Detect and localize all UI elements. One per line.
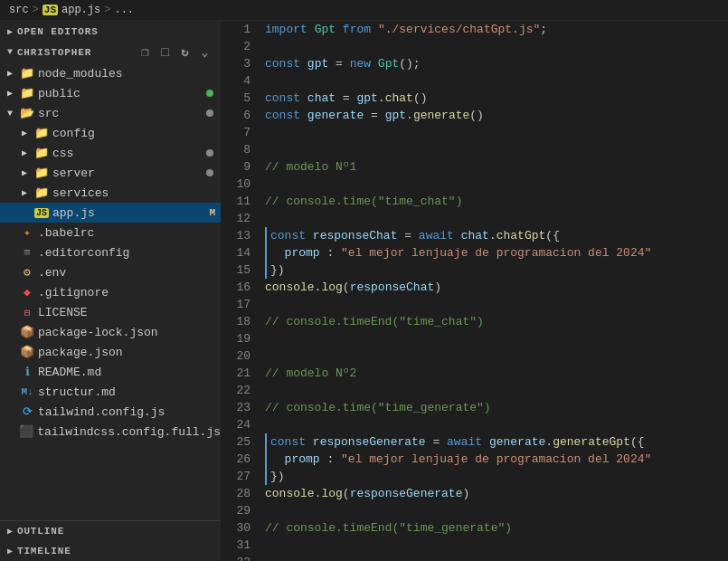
token-plain xyxy=(300,90,307,107)
new-file-icon[interactable]: ❐ xyxy=(137,44,154,60)
token-kw: const xyxy=(265,107,300,124)
token-fn: chat xyxy=(385,90,413,107)
timeline-header[interactable]: ▶ TIMELINE xyxy=(0,541,221,561)
tree-item-.env[interactable]: ⚙.env xyxy=(0,262,221,282)
token-var: generate xyxy=(307,107,364,124)
token-str: "el mejor lenjuaje de programacion del 2… xyxy=(341,244,651,261)
status-badge-gray xyxy=(206,149,213,157)
code-line: const responseChat = await chat.chatGpt(… xyxy=(265,227,728,244)
refresh-icon[interactable]: ↻ xyxy=(177,44,194,60)
tree-item-.gitignore[interactable]: ◆.gitignore xyxy=(0,282,221,302)
folder-icon: 📁 xyxy=(20,86,34,100)
line-number: 15 xyxy=(236,261,251,279)
tree-item-css[interactable]: ▶📁css xyxy=(0,143,221,163)
status-badge-gray xyxy=(206,109,213,117)
outline-header[interactable]: ▶ OUTLINE xyxy=(0,521,221,541)
token-plain: ) xyxy=(462,485,469,502)
code-line xyxy=(265,38,728,55)
line-numbers: 1234567891011121314151617181920212223242… xyxy=(222,21,258,561)
token-plain: (); xyxy=(399,55,420,72)
token-plain xyxy=(300,55,307,72)
tree-item-public[interactable]: ▶📁public xyxy=(0,83,221,103)
token-plain xyxy=(307,21,315,38)
tree-item-node_modules[interactable]: ▶📁node_modules xyxy=(0,63,221,83)
code-line: // modelo Nº2 xyxy=(265,365,728,382)
modified-badge: M xyxy=(209,207,215,218)
tree-item-package-lock.json[interactable]: 📦package-lock.json xyxy=(0,322,221,342)
code-line: // console.time("time_chat") xyxy=(265,193,728,210)
tree-item-app.js[interactable]: JSapp.jsM xyxy=(0,203,221,223)
token-plain: . xyxy=(315,485,322,502)
tree-label: package-lock.json xyxy=(38,326,221,339)
token-cmt: // console.time("time_chat") xyxy=(265,193,462,210)
token-plain xyxy=(306,433,313,451)
code-line: import Gpt from "./services/chatGpt.js"; xyxy=(265,21,728,38)
tree-item-LICENSE[interactable]: ⊟LICENSE xyxy=(0,302,221,322)
line-number: 30 xyxy=(236,519,251,537)
token-cmt: // modelo Nº1 xyxy=(265,158,356,176)
breadcrumb-sep2: > xyxy=(104,4,110,16)
tree-item-src[interactable]: ▼📂src xyxy=(0,103,221,123)
token-kw: const xyxy=(270,433,306,451)
tree-arrow: ▶ xyxy=(7,88,20,99)
line-number: 28 xyxy=(236,485,251,502)
package-lock-icon: 📦 xyxy=(20,325,34,339)
tree-item-.babelrc[interactable]: ✦.babelrc xyxy=(0,223,221,242)
open-editors-header[interactable]: ▶ OPEN EDITORS xyxy=(0,21,221,41)
main-layout: ▶ OPEN EDITORS ▼ CHRISTOPHER ❐ □ ↻ ⌄ ▶📁n… xyxy=(0,21,728,561)
code-content[interactable]: 1234567891011121314151617181920212223242… xyxy=(222,21,728,561)
code-line: const chat = gpt.chat() xyxy=(265,90,728,107)
line-number: 32 xyxy=(236,554,251,561)
tree-label: services xyxy=(52,186,221,200)
line-number: 5 xyxy=(236,90,251,107)
line-number: 14 xyxy=(236,244,251,261)
token-kw: await xyxy=(419,227,454,244)
token-var: generate xyxy=(489,433,545,451)
code-line: const responseGenerate = await generate.… xyxy=(265,433,728,451)
explorer-actions: ❐ □ ↻ ⌄ xyxy=(137,44,213,60)
tree-item-README.md[interactable]: ℹREADME.md xyxy=(0,362,221,382)
tree-arrow: ▶ xyxy=(22,187,34,198)
editor-area: 1234567891011121314151617181920212223242… xyxy=(222,21,728,561)
line-number: 16 xyxy=(236,279,251,296)
token-var: chat xyxy=(461,227,489,244)
tree-label: LICENSE xyxy=(38,306,221,319)
token-plain: ) xyxy=(434,279,441,296)
breadcrumb-src[interactable]: src xyxy=(9,4,29,16)
token-plain xyxy=(371,55,378,72)
line-number: 29 xyxy=(236,502,251,519)
token-str: "./services/chatGpt.js" xyxy=(378,21,540,38)
tree-item-config[interactable]: ▶📁config xyxy=(0,123,221,143)
collapse-icon[interactable]: ⌄ xyxy=(197,44,213,60)
token-plain: = xyxy=(426,433,447,451)
line-number: 23 xyxy=(236,399,251,416)
code-line xyxy=(265,537,728,554)
tree-item-structur.md[interactable]: M↓structur.md xyxy=(0,382,221,402)
token-cmt: // console.timeEnd("time_chat") xyxy=(265,313,484,330)
tree-item-tailwind.config.js[interactable]: ⟳tailwind.config.js xyxy=(0,402,221,422)
new-folder-icon[interactable]: □ xyxy=(157,45,174,60)
tree-item-services[interactable]: ▶📁services xyxy=(0,183,221,203)
token-plain: = xyxy=(336,90,356,107)
token-fn: log xyxy=(321,279,342,296)
line-number: 21 xyxy=(236,365,251,382)
explorer-arrow[interactable]: ▼ xyxy=(7,47,14,57)
breadcrumb-sep1: > xyxy=(33,4,39,16)
folder-icon: 📁 xyxy=(20,66,34,81)
tree-item-.editorconfig[interactable]: ≡.editorconfig xyxy=(0,242,221,262)
token-plain: : xyxy=(320,244,341,261)
token-plain: ( xyxy=(343,485,350,502)
tree-item-tailwindcss.config.full.js[interactable]: ⬛tailwindcss.config.full.js xyxy=(0,422,221,442)
readme-icon: ℹ xyxy=(20,365,34,379)
tree-item-package.json[interactable]: 📦package.json xyxy=(0,342,221,362)
folder-icon: 📁 xyxy=(34,126,49,140)
token-fn: console xyxy=(265,279,315,296)
breadcrumb-file[interactable]: app.js xyxy=(61,4,100,16)
token-kw: import xyxy=(265,21,307,38)
code-lines[interactable]: import Gpt from "./services/chatGpt.js";… xyxy=(258,21,728,561)
package-icon: 📦 xyxy=(20,345,34,359)
tree-item-server[interactable]: ▶📁server xyxy=(0,163,221,183)
status-badge-gray xyxy=(206,169,213,176)
token-var: responseChat xyxy=(313,227,398,244)
token-var: gpt xyxy=(356,90,377,107)
